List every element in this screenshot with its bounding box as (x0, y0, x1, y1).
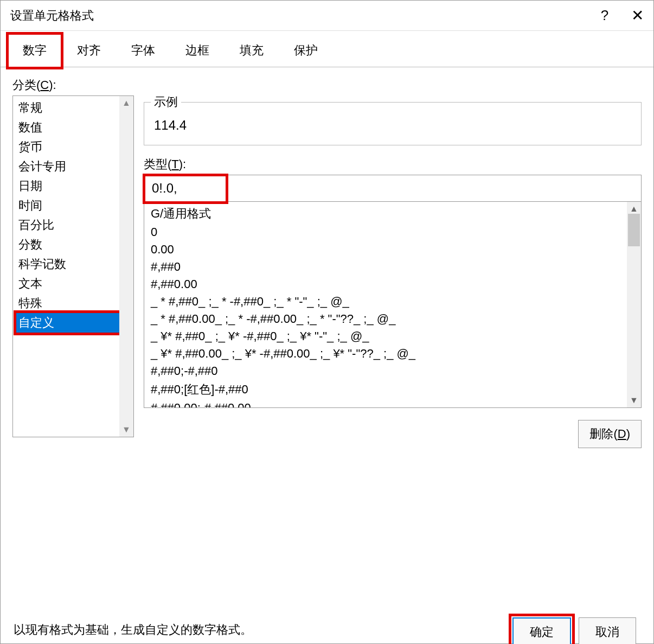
right-panel: 示例 114.4 类型(T): G/通用格式 0 0.00 #,##0 #,##… (144, 95, 642, 604)
category-item-accounting[interactable]: 会计专用 (16, 157, 119, 176)
delete-button[interactable]: 删除(D) (578, 420, 642, 448)
category-item-fraction[interactable]: 分数 (16, 235, 119, 254)
format-item[interactable]: #,##0;[红色]-#,##0 (150, 380, 627, 399)
scroll-down-icon[interactable]: ▼ (122, 425, 131, 435)
category-item-general[interactable]: 常规 (16, 98, 119, 118)
format-item[interactable]: #,##0.00;-#,##0.00 (150, 399, 627, 407)
content-area: 分类(C): 常规 数值 货币 会计专用 日期 时间 百分比 分数 科学记数 文… (1, 67, 653, 643)
type-label: 类型(T): (144, 156, 642, 173)
scroll-up-icon[interactable]: ▲ (627, 204, 641, 214)
scroll-down-icon[interactable]: ▼ (627, 396, 641, 405)
scroll-up-icon[interactable]: ▲ (122, 98, 131, 108)
category-scrollbar[interactable]: ▲ ▼ (119, 96, 133, 437)
format-item[interactable]: 0 (150, 224, 627, 241)
format-scrollbar[interactable]: ▲ ▼ (627, 202, 641, 407)
scroll-thumb[interactable] (628, 214, 640, 246)
tab-protection[interactable]: 保护 (279, 34, 332, 67)
sample-legend: 示例 (151, 94, 181, 110)
format-item[interactable]: #,##0;-#,##0 (150, 362, 627, 380)
category-label: 分类(C): (12, 77, 134, 93)
sample-box: 示例 114.4 (144, 102, 642, 145)
close-button[interactable]: ✕ (621, 1, 653, 31)
category-item-custom[interactable]: 自定义 (16, 313, 119, 333)
category-item-percentage[interactable]: 百分比 (16, 215, 119, 235)
category-item-text[interactable]: 文本 (16, 274, 119, 294)
category-item-number[interactable]: 数值 (16, 118, 119, 137)
format-item[interactable]: #,##0.00 (150, 276, 627, 293)
tab-number[interactable]: 数字 (8, 34, 61, 67)
cancel-button[interactable]: 取消 (579, 617, 636, 644)
category-item-special[interactable]: 特殊 (16, 294, 119, 313)
format-item[interactable]: 0.00 (150, 241, 627, 258)
format-item[interactable]: _ ¥* #,##0_ ;_ ¥* -#,##0_ ;_ ¥* "-"_ ;_ … (150, 328, 627, 345)
dialog-title: 设置单元格格式 (10, 8, 588, 24)
tab-strip: 数字 对齐 字体 边框 填充 保护 (1, 31, 653, 67)
sample-value: 114.4 (144, 103, 641, 145)
category-list[interactable]: 常规 数值 货币 会计专用 日期 时间 百分比 分数 科学记数 文本 特殊 自定… (13, 96, 119, 437)
format-list-container: G/通用格式 0 0.00 #,##0 #,##0.00 _ * #,##0_ … (144, 202, 642, 408)
tab-border[interactable]: 边框 (171, 34, 224, 67)
category-item-currency[interactable]: 货币 (16, 137, 119, 157)
type-input[interactable] (144, 175, 642, 202)
format-item[interactable]: #,##0 (150, 258, 627, 276)
category-item-date[interactable]: 日期 (16, 176, 119, 196)
ok-button[interactable]: 确定 (512, 617, 571, 644)
category-item-scientific[interactable]: 科学记数 (16, 254, 119, 274)
format-list[interactable]: G/通用格式 0 0.00 #,##0 #,##0.00 _ * #,##0_ … (144, 202, 627, 407)
format-item[interactable]: G/通用格式 (150, 204, 627, 224)
format-item[interactable]: _ * #,##0.00_ ;_ * -#,##0.00_ ;_ * "-"??… (150, 310, 627, 328)
format-item[interactable]: _ * #,##0_ ;_ * -#,##0_ ;_ * "-"_ ;_ @_ (150, 293, 627, 310)
tab-font[interactable]: 字体 (117, 34, 170, 67)
titlebar: 设置单元格格式 ? ✕ (1, 1, 653, 31)
help-button[interactable]: ? (588, 1, 621, 31)
category-list-container: 常规 数值 货币 会计专用 日期 时间 百分比 分数 科学记数 文本 特殊 自定… (12, 95, 134, 437)
category-item-time[interactable]: 时间 (16, 196, 119, 215)
dialog-footer: 确定 取消 (512, 617, 648, 644)
tab-fill[interactable]: 填充 (225, 34, 278, 67)
tab-alignment[interactable]: 对齐 (62, 34, 116, 67)
format-item[interactable]: _ ¥* #,##0.00_ ;_ ¥* -#,##0.00_ ;_ ¥* "-… (150, 345, 627, 362)
format-cells-dialog: 设置单元格格式 ? ✕ 数字 对齐 字体 边框 填充 保护 分类(C): 常规 … (0, 0, 654, 644)
